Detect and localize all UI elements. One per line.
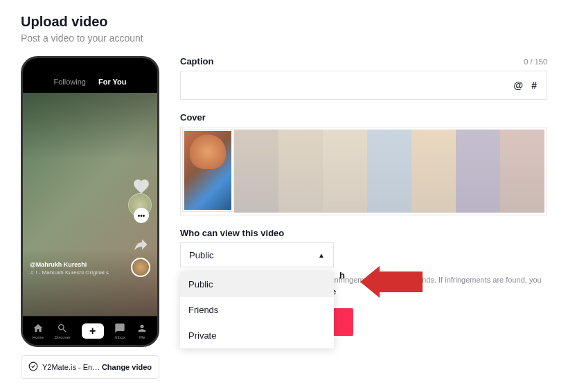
cover-selected-frame[interactable] [183, 130, 233, 211]
nav-me[interactable]: Me [136, 323, 148, 339]
nav-create-button[interactable]: + [82, 323, 104, 339]
file-row: Y2Mate.is - Encanto bu... Change video [21, 355, 159, 379]
tab-following[interactable]: Following [53, 78, 85, 86]
comment-icon[interactable]: ••• [132, 206, 150, 224]
page-title: Upload video [21, 14, 547, 30]
obscured-heading: h [339, 270, 345, 280]
cover-thumbnails[interactable] [234, 130, 544, 213]
check-icon [28, 362, 38, 373]
change-video-button[interactable]: Change video [102, 363, 152, 371]
sound-disc-icon [131, 258, 150, 277]
privacy-selected: Public [189, 250, 213, 260]
tab-foryou[interactable]: For You [98, 78, 127, 86]
page-subtitle: Post a video to your account [21, 33, 547, 44]
caption-count: 0 / 150 [524, 57, 547, 66]
share-icon[interactable] [132, 235, 150, 253]
annotation-arrow-icon [360, 266, 423, 298]
privacy-option-private[interactable]: Private [180, 323, 334, 348]
caption-input[interactable] [190, 71, 506, 99]
privacy-label: Who can view this video [180, 228, 284, 238]
phone-preview: Following For You ••• @Mahrukh Kureshi ♫… [21, 56, 159, 347]
file-name: Y2Mate.is - Encanto bu... [42, 363, 102, 371]
preview-sound: ♫ ! - Mahrukh Kureshi Original s [30, 269, 124, 276]
hashtag-button[interactable]: # [531, 80, 537, 91]
cover-selector[interactable] [180, 127, 547, 215]
privacy-option-public[interactable]: Public [180, 271, 334, 297]
cover-label: Cover [180, 112, 547, 123]
chevron-up-icon: ▲ [318, 251, 325, 259]
nav-home[interactable]: Home [33, 323, 44, 339]
video-preview: ••• @Mahrukh Kureshi ♫ ! - Mahrukh Kures… [23, 93, 157, 316]
privacy-menu: Public Friends Private [180, 271, 334, 348]
preview-username: @Mahrukh Kureshi [30, 261, 124, 268]
privacy-option-friends[interactable]: Friends [180, 297, 334, 323]
mention-button[interactable]: @ [514, 80, 524, 91]
heart-icon[interactable] [132, 177, 150, 195]
caption-label: Caption [180, 56, 213, 66]
nav-discover[interactable]: Discover [55, 323, 71, 339]
privacy-dropdown[interactable]: Public ▲ [180, 242, 334, 267]
nav-inbox[interactable]: Inbox [114, 323, 125, 339]
svg-point-0 [29, 362, 37, 371]
caption-field[interactable]: @ # [180, 71, 547, 100]
